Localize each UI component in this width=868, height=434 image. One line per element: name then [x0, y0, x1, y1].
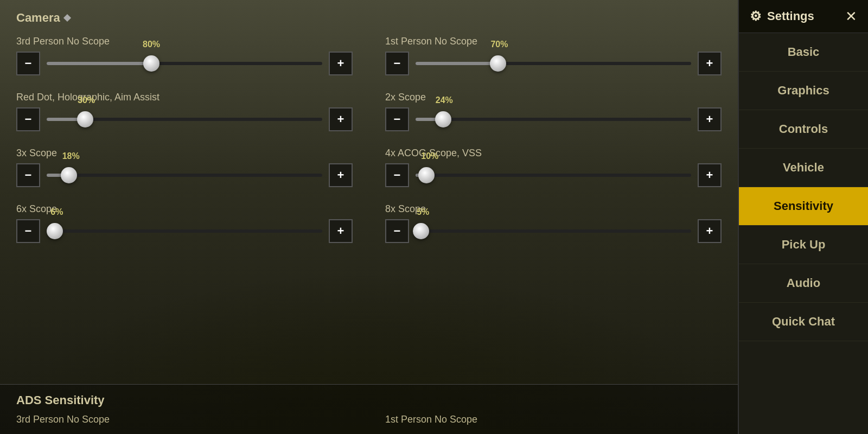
- slider-minus-8x-scope[interactable]: −: [385, 219, 409, 243]
- slider-track-3rd-person: [47, 62, 322, 65]
- ads-heading: ADS Sensitivity: [16, 393, 722, 407]
- slider-minus-red-dot[interactable]: −: [16, 107, 40, 131]
- slider-plus-1st-person[interactable]: +: [698, 52, 722, 75]
- slider-row-4x-acog: − 10% +: [385, 163, 722, 187]
- gear-icon: ⚙: [750, 9, 762, 24]
- slider-group-2x-scope: 2x Scope − 24% +: [385, 92, 722, 131]
- main-content: Camera 3rd Person No Scope − 80% + 1st P…: [0, 0, 738, 434]
- camera-section-heading: Camera: [16, 11, 722, 25]
- sidebar-item-audio[interactable]: Audio: [739, 264, 868, 303]
- slider-fill-3rd-person: [47, 62, 151, 65]
- slider-plus-3x-scope[interactable]: +: [329, 163, 353, 187]
- slider-thumb-3x-scope[interactable]: [61, 167, 77, 183]
- sidebar-item-basic[interactable]: Basic: [739, 33, 868, 72]
- sidebar: ⚙ Settings ✕ Basic Graphics Controls Veh…: [738, 0, 868, 434]
- sidebar-item-graphics[interactable]: Graphics: [739, 72, 868, 110]
- camera-heading-diamond: [63, 14, 71, 22]
- slider-group-3rd-person: 3rd Person No Scope − 80% +: [16, 36, 353, 75]
- slider-label-red-dot: Red Dot, Holographic, Aim Assist: [16, 92, 353, 103]
- settings-title: ⚙ Settings: [750, 9, 814, 24]
- ads-sub-labels-row: 3rd Person No Scope 1st Person No Scope: [16, 414, 722, 425]
- slider-row-8x-scope: − 5% +: [385, 219, 722, 243]
- slider-track-1st-person: [416, 62, 691, 65]
- slider-track-wrap-4x-acog[interactable]: 10%: [416, 163, 691, 187]
- slider-track-8x-scope: [416, 229, 691, 233]
- camera-sliders-grid: 3rd Person No Scope − 80% + 1st Person N…: [16, 36, 722, 243]
- slider-group-6x-scope: 6x Scope − 6% +: [16, 203, 353, 243]
- slider-fill-1st-person: [416, 62, 498, 65]
- slider-value-8x-scope: 5%: [417, 207, 429, 217]
- settings-header: ⚙ Settings ✕: [739, 0, 868, 33]
- slider-minus-2x-scope[interactable]: −: [385, 107, 409, 131]
- slider-row-3x-scope: − 18% +: [16, 163, 353, 187]
- slider-group-red-dot: Red Dot, Holographic, Aim Assist − 30% +: [16, 92, 353, 131]
- slider-track-2x-scope: [416, 118, 691, 121]
- slider-label-3rd-person: 3rd Person No Scope: [16, 36, 353, 47]
- ads-sub-label-1st: 1st Person No Scope: [385, 414, 722, 425]
- slider-thumb-1st-person[interactable]: [490, 55, 506, 72]
- slider-group-8x-scope: 8x Scope − 5% +: [385, 203, 722, 243]
- slider-minus-3x-scope[interactable]: −: [16, 163, 40, 187]
- slider-value-red-dot: 30%: [78, 95, 95, 105]
- slider-row-red-dot: − 30% +: [16, 107, 353, 131]
- sidebar-item-pickup[interactable]: Pick Up: [739, 226, 868, 264]
- slider-track-wrap-8x-scope[interactable]: 5%: [416, 219, 691, 243]
- slider-label-1st-person: 1st Person No Scope: [385, 36, 722, 47]
- camera-heading-text: Camera: [16, 11, 60, 25]
- sidebar-item-quickchat[interactable]: Quick Chat: [739, 303, 868, 341]
- ads-sensitivity-section: ADS Sensitivity 3rd Person No Scope 1st …: [0, 384, 738, 434]
- slider-track-wrap-3rd-person[interactable]: 80%: [47, 52, 322, 75]
- slider-value-1st-person: 70%: [490, 40, 508, 49]
- slider-minus-3rd-person[interactable]: −: [16, 52, 40, 75]
- slider-plus-2x-scope[interactable]: +: [698, 107, 722, 131]
- ads-sub-label-3rd: 3rd Person No Scope: [16, 414, 353, 425]
- slider-group-3x-scope: 3x Scope − 18% +: [16, 148, 353, 187]
- slider-value-4x-acog: 10%: [421, 151, 438, 161]
- slider-minus-6x-scope[interactable]: −: [16, 219, 40, 243]
- slider-value-3rd-person: 80%: [143, 40, 160, 49]
- slider-label-8x-scope: 8x Scope: [385, 203, 722, 215]
- slider-value-2x-scope: 24%: [436, 95, 453, 105]
- sidebar-item-vehicle[interactable]: Vehicle: [739, 149, 868, 187]
- slider-thumb-3rd-person[interactable]: [143, 55, 159, 72]
- slider-plus-4x-acog[interactable]: +: [698, 163, 722, 187]
- slider-row-1st-person: − 70% +: [385, 52, 722, 75]
- slider-group-1st-person: 1st Person No Scope − 70% +: [385, 36, 722, 75]
- sidebar-item-controls[interactable]: Controls: [739, 110, 868, 149]
- settings-title-text: Settings: [767, 9, 814, 23]
- slider-track-wrap-3x-scope[interactable]: 18%: [47, 163, 322, 187]
- slider-track-wrap-red-dot[interactable]: 30%: [47, 107, 322, 131]
- slider-track-6x-scope: [47, 229, 322, 233]
- slider-row-3rd-person: − 80% +: [16, 52, 353, 75]
- slider-track-wrap-6x-scope[interactable]: 6%: [47, 219, 322, 243]
- slider-track-wrap-1st-person[interactable]: 70%: [416, 52, 691, 75]
- slider-minus-4x-acog[interactable]: −: [385, 163, 409, 187]
- slider-track-4x-acog: [416, 174, 691, 177]
- close-button[interactable]: ✕: [845, 9, 857, 23]
- slider-group-4x-acog: 4x ACOG Scope, VSS − 10% +: [385, 148, 722, 187]
- slider-track-3x-scope: [47, 174, 322, 177]
- slider-plus-6x-scope[interactable]: +: [329, 219, 353, 243]
- slider-thumb-red-dot[interactable]: [77, 111, 93, 127]
- slider-thumb-4x-acog[interactable]: [418, 167, 435, 183]
- sidebar-item-sensitivity[interactable]: Sensitivity: [739, 187, 868, 226]
- slider-value-3x-scope: 18%: [62, 151, 80, 161]
- slider-plus-8x-scope[interactable]: +: [698, 219, 722, 243]
- slider-value-6x-scope: 6%: [50, 207, 63, 217]
- slider-thumb-6x-scope[interactable]: [47, 223, 63, 239]
- slider-row-2x-scope: − 24% +: [385, 107, 722, 131]
- ads-heading-text: ADS Sensitivity: [16, 393, 105, 407]
- slider-plus-3rd-person[interactable]: +: [329, 52, 353, 75]
- slider-label-6x-scope: 6x Scope: [16, 203, 353, 215]
- slider-track-wrap-2x-scope[interactable]: 24%: [416, 107, 691, 131]
- slider-thumb-8x-scope[interactable]: [413, 223, 429, 239]
- slider-plus-red-dot[interactable]: +: [329, 107, 353, 131]
- slider-row-6x-scope: − 6% +: [16, 219, 353, 243]
- slider-minus-1st-person[interactable]: −: [385, 52, 409, 75]
- nav-items: Basic Graphics Controls Vehicle Sensitiv…: [739, 33, 868, 434]
- slider-thumb-2x-scope[interactable]: [435, 111, 451, 127]
